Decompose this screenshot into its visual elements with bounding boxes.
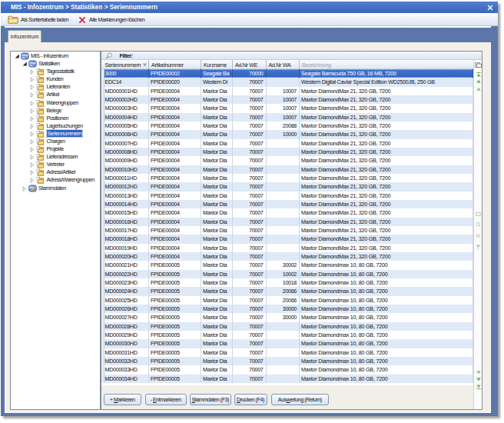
- svg-text:M: M: [476, 233, 479, 238]
